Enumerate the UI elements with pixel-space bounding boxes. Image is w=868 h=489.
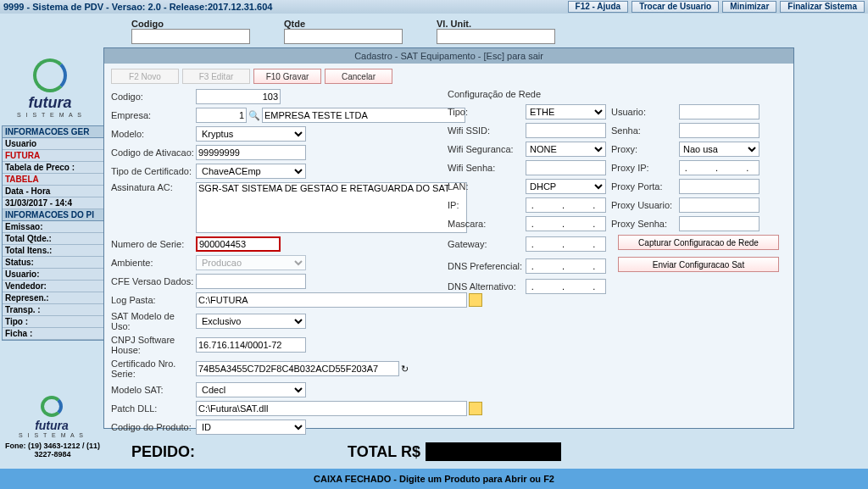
lan-select[interactable]: DHCP: [526, 179, 606, 194]
patch-field[interactable]: [196, 401, 467, 416]
total-label: TOTAL R$: [348, 443, 420, 461]
assinatura-label: Assinatura AC:: [111, 182, 196, 192]
capturar-button[interactable]: Capturar Configuracao de Rede: [618, 235, 779, 250]
codprod-label: Codigo do Produto:: [111, 422, 196, 432]
modelosat-select[interactable]: Cdecl: [196, 382, 306, 397]
codigo-label: Codigo: [131, 19, 250, 29]
total-value-redacted: [426, 442, 561, 461]
empresa-label: Empresa:: [111, 110, 196, 120]
logo-icon: [41, 396, 63, 417]
infopi-title: INFORMACOES DO PI: [3, 209, 103, 221]
proxyporta-field[interactable]: [679, 179, 760, 194]
codigo-label: Codigo:: [111, 92, 196, 102]
logo-brand: futura: [29, 94, 72, 112]
proxyporta-label: Proxy Porta:: [611, 181, 679, 192]
help-button[interactable]: F12 - Ajuda: [568, 1, 629, 13]
sat-modal: Cadastro - SAT Equipamento - [Esc] para …: [103, 47, 794, 429]
refresh-icon[interactable]: ↻: [401, 364, 409, 375]
empresa-name-field[interactable]: [262, 108, 465, 123]
lan-label: LAN:: [448, 181, 526, 192]
title-text: 9999 - Sistema de PDV - Versao: 2.0 - Re…: [3, 2, 272, 12]
wifisenha-label: Wifi Senha:: [448, 163, 526, 173]
status-bar: CAIXA FECHADO - Digite um Produto para A…: [0, 469, 868, 489]
tipo-label: Tipo:: [448, 107, 526, 117]
senha-label: Senha:: [611, 125, 679, 136]
titlebar: 9999 - Sistema de PDV - Versao: 2.0 - Re…: [0, 0, 868, 14]
codigo-field[interactable]: [196, 89, 281, 104]
empresa-num-field[interactable]: [196, 108, 247, 123]
codprod-select[interactable]: ID: [196, 420, 306, 435]
certnro-label: Certificado Nro. Serie:: [111, 358, 196, 379]
folder-icon[interactable]: [469, 402, 482, 415]
side-row: Vendedor:: [3, 281, 103, 292]
proxysenha-field[interactable]: [679, 216, 760, 231]
ativacao-field[interactable]: [196, 145, 306, 160]
usuario-label: Usuario: [3, 138, 103, 150]
dnspref-label: DNS Preferencial:: [448, 261, 526, 271]
proxy-select[interactable]: Nao usa: [679, 142, 760, 157]
satmodelo-label: SAT Modelo de Uso:: [111, 311, 196, 331]
vlunit-input[interactable]: [437, 29, 555, 44]
usuario-label: Usuario:: [611, 107, 679, 117]
gravar-button[interactable]: F10 Gravar: [253, 69, 321, 84]
cnpj-label: CNPJ Software House:: [111, 335, 196, 355]
side-row: Total Itens.:: [3, 245, 103, 257]
modelo-select[interactable]: Kryptus: [196, 126, 306, 142]
exit-button[interactable]: Finalizar Sistema: [780, 1, 865, 13]
ip-label: IP:: [448, 200, 526, 210]
novo-button[interactable]: F2 Novo: [111, 69, 179, 84]
certnro-field[interactable]: [196, 361, 399, 376]
proxyuser-label: Proxy Usuario:: [611, 200, 679, 210]
search-icon[interactable]: 🔍: [248, 110, 260, 121]
vlunit-label: Vl. Unit.: [437, 19, 555, 29]
logo: futura S I S T E M A S: [3, 54, 97, 122]
ssid-field[interactable]: [526, 123, 606, 138]
modelosat-label: Modelo SAT:: [111, 385, 196, 395]
pedido-label: PEDIDO:: [131, 443, 195, 461]
proxyuser-field[interactable]: [679, 197, 760, 213]
enviar-button[interactable]: Enviar Configuracao Sat: [618, 257, 779, 272]
proxyip-label: Proxy IP:: [611, 163, 679, 173]
cfe-label: CFE Versao Dados:: [111, 276, 196, 286]
logpasta-field[interactable]: [196, 292, 467, 308]
assinatura-field[interactable]: SGR-SAT SISTEMA DE GESTAO E RETAGUARDA D…: [196, 182, 467, 233]
switch-user-button[interactable]: Trocar de Usuario: [632, 1, 719, 13]
editar-button[interactable]: F3 Editar: [182, 69, 250, 84]
wifiseg-select[interactable]: NONE: [526, 142, 606, 157]
senha-field[interactable]: [679, 123, 760, 138]
gateway-field[interactable]: [526, 236, 606, 252]
numserie-field[interactable]: [196, 236, 281, 252]
ssid-label: Wifi SSID:: [448, 125, 526, 136]
qtde-input[interactable]: [284, 29, 403, 44]
cancelar-button[interactable]: Cancelar: [325, 69, 392, 84]
logo-brand: futura: [35, 419, 69, 432]
tipocert-select[interactable]: ChaveACEmp: [196, 164, 306, 179]
tipo-select[interactable]: ETHE: [526, 104, 606, 119]
codigo-input[interactable]: [131, 29, 250, 44]
ativacao-label: Codigo de Ativacao:: [111, 147, 196, 158]
cnpj-field[interactable]: [196, 337, 306, 353]
usuario-field[interactable]: [679, 104, 760, 119]
logo-sub: S I S T E M A S: [17, 112, 83, 118]
modal-title: Cadastro - SAT Equipamento - [Esc] para …: [104, 48, 793, 64]
logo-sub: S I S T E M A S: [19, 432, 85, 438]
tipocert-label: Tipo de Certificado:: [111, 166, 196, 176]
cfe-field[interactable]: [196, 274, 306, 289]
satmodelo-select[interactable]: Exclusivo: [196, 314, 306, 329]
mascara-field[interactable]: [526, 216, 606, 231]
order-bar: PEDIDO: TOTAL R$: [131, 440, 864, 464]
dnsalt-label: DNS Alternativo:: [448, 281, 526, 292]
dnspref-field[interactable]: [526, 258, 606, 274]
mascara-label: Mascara:: [448, 219, 526, 229]
proxyip-field[interactable]: [679, 160, 760, 175]
side-row: Usuario:: [3, 269, 103, 281]
ip-field[interactable]: [526, 197, 606, 213]
left-column: Codigo: Empresa:🔍 Modelo:Kryptus Codigo …: [111, 89, 484, 438]
side-row: Status:: [3, 257, 103, 269]
numserie-label: Numero de Serie:: [111, 239, 196, 249]
wifisenha-field[interactable]: [526, 160, 606, 175]
ambiente-label: Ambiente:: [111, 258, 196, 268]
minimize-button[interactable]: Minimizar: [722, 1, 776, 13]
dnsalt-field[interactable]: [526, 279, 606, 294]
patch-label: Patch DLL:: [111, 403, 196, 414]
